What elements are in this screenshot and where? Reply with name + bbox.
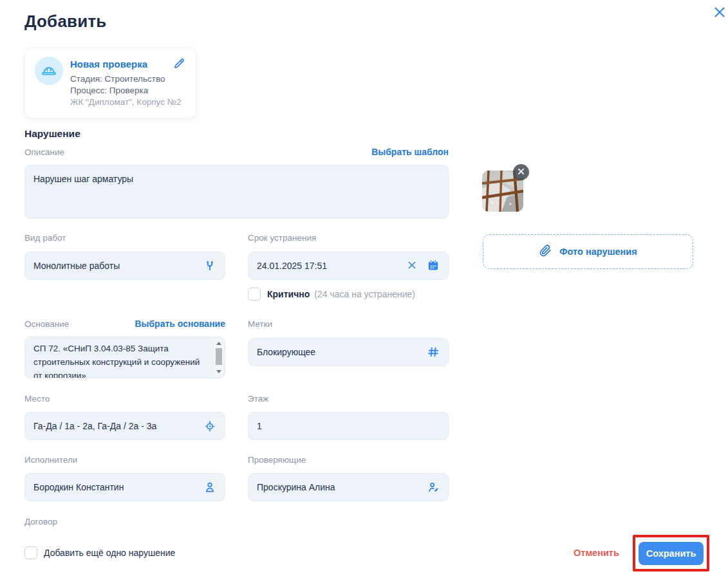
save-button[interactable]: Сохранить [639,542,704,565]
add-another-checkbox[interactable] [24,546,37,559]
wrench-icon[interactable] [203,259,216,272]
work-type-input[interactable]: Монолитные работы [24,252,225,280]
tags-label: Метки [248,319,272,329]
attach-photo-button[interactable]: Фото нарушения [483,234,693,269]
work-type-value: Монолитные работы [33,261,197,271]
deadline-label: Срок устранения [248,233,316,243]
description-value: Нарушен шаг арматуры [33,174,440,184]
critical-checkbox[interactable] [248,288,261,301]
add-another-row: Добавить ещё одно нарушение [24,546,175,559]
inspection-title-link[interactable]: Новая проверка [70,59,147,70]
close-button[interactable] [709,3,728,23]
add-another-label: Добавить ещё одно нарушение [44,548,175,558]
floor-value: 1 [257,421,440,431]
tags-value: Блокирующее [257,347,420,357]
hash-icon[interactable] [427,346,440,358]
person-edit-icon[interactable] [427,481,440,494]
person-icon[interactable] [203,481,216,494]
inspection-process: Процесс: Проверка [70,86,148,95]
inspection-card: Новая проверка Стадия: Строительство Про… [24,48,196,118]
executors-value: Бородкин Константин [33,482,197,492]
close-icon [713,5,727,21]
place-input[interactable]: Га-Да / 1а - 2а, Га-Да / 2а - 3а [24,412,225,440]
paperclip-icon [539,244,552,259]
critical-hint: (24 часа на устранение) [314,289,415,299]
executors-input[interactable]: Бородкин Константин [24,473,225,501]
open-calendar-button[interactable] [427,259,440,274]
scroll-up-icon[interactable] [216,342,221,345]
inspection-stage: Стадия: Строительство [70,74,165,84]
basis-input[interactable]: СП 72. «СНиП 3.04.03-85 Защита строитель… [24,337,225,378]
inspectors-input[interactable]: Проскурина Алина [248,473,449,501]
attach-photo-label: Фото нарушения [559,246,637,257]
critical-label: Критично [267,289,310,299]
choose-basis-link[interactable]: Выбрать основание [135,319,225,329]
deadline-input[interactable]: 24.01.2025 17:51 [248,252,449,280]
place-value: Га-Да / 1а - 2а, Га-Да / 2а - 3а [33,421,197,431]
description-input[interactable]: Нарушен шаг арматуры [24,165,449,219]
basis-value: СП 72. «СНиП 3.04.03-85 Защита строитель… [33,342,207,378]
remove-photo-icon [518,167,525,177]
calendar-icon [427,259,440,274]
edit-inspection-button[interactable] [173,57,185,72]
contract-label: Договор [24,517,57,526]
cancel-button[interactable]: Отменить [574,548,619,558]
pencil-icon [173,62,185,72]
remove-photo-button[interactable] [513,164,529,180]
floor-input[interactable]: 1 [248,412,449,440]
clear-x-icon [406,259,418,273]
basis-label: Основание [24,319,69,329]
add-violation-modal: Добавить Новая проверка Стадия: Строител… [0,0,728,576]
deadline-value: 24.01.2025 17:51 [257,261,400,271]
choose-template-link[interactable]: Выбрать шаблон [371,147,449,157]
inspection-object: ЖК "Дипломат", Корпус №2 [70,97,182,107]
place-label: Место [24,394,50,404]
scroll-down-icon[interactable] [216,370,221,373]
scrollbar-thumb[interactable] [216,348,222,365]
violation-section-title: Нарушение [24,128,80,140]
tags-input[interactable]: Блокирующее [248,338,449,366]
floor-label: Этаж [248,394,268,404]
critical-row: Критично (24 часа на устранение) [248,288,415,301]
clear-deadline-button[interactable] [406,259,418,273]
work-type-label: Вид работ [24,233,66,243]
page-title: Добавить [24,12,107,32]
executors-label: Исполнители [24,455,77,465]
description-label: Описание [24,147,64,157]
inspectors-value: Проскурина Алина [257,482,420,492]
basis-scrollbar[interactable] [214,339,223,376]
inspectors-label: Проверяющие [248,455,306,465]
locate-icon[interactable] [203,420,216,432]
helmet-icon [35,57,63,85]
